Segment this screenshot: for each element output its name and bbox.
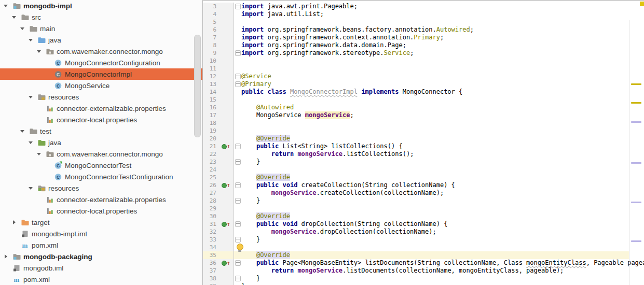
code-text[interactable] xyxy=(241,205,644,212)
occurrence-stripe-mark[interactable] xyxy=(631,202,641,203)
warning-stripe-mark[interactable] xyxy=(631,83,641,85)
code-text[interactable]: public List<String> listCollections() { xyxy=(241,142,644,150)
fold-marker-icon[interactable] xyxy=(234,275,241,282)
code-text[interactable]: @Override xyxy=(241,135,644,142)
tree-item-pom-xml[interactable]: mpom.xml xyxy=(0,239,202,251)
tree-item-connector-externalizable-properties[interactable]: connector-externalizable.properties xyxy=(0,103,202,114)
code-text[interactable] xyxy=(241,244,644,251)
code-text[interactable]: } xyxy=(241,197,644,205)
tree-item-mongodb-packaging[interactable]: mongodb-packaging xyxy=(0,251,202,262)
tree-item-mongoconnectorconfiguration[interactable]: CMongoConnectorConfiguration xyxy=(0,57,202,68)
fold-marker-icon[interactable] xyxy=(234,3,241,10)
tree-item-java[interactable]: java xyxy=(0,137,202,148)
occurrence-stripe-mark[interactable] xyxy=(631,162,641,164)
code-text[interactable]: public class MongoConnectorImpl implemen… xyxy=(241,88,644,96)
intention-bulb-icon[interactable] xyxy=(236,244,243,252)
override-marker-icon[interactable]: ↑ xyxy=(222,144,230,149)
tree-item-connector-local-properties[interactable]: connector-local.properties xyxy=(0,205,202,217)
code-text[interactable]: mongoService.dropCollection(collectionNa… xyxy=(241,228,644,236)
tree-item-resources[interactable]: resources xyxy=(0,182,202,194)
project-tree-scrollbar-thumb[interactable] xyxy=(194,35,201,137)
chevron-collapsed-icon[interactable] xyxy=(10,220,18,224)
occurrence-stripe-mark[interactable] xyxy=(631,121,641,123)
code-text[interactable] xyxy=(241,18,644,26)
inspection-status-indicator[interactable] xyxy=(640,2,644,6)
tree-item-connector-local-properties[interactable]: connector-local.properties xyxy=(0,114,202,125)
warning-stripe-mark[interactable] xyxy=(631,102,641,104)
tree-item-connector-externalizable-properties[interactable]: connector-externalizable.properties xyxy=(0,194,202,205)
override-method-gutter-icon[interactable]: ↑ xyxy=(221,142,234,150)
code-text[interactable]: } xyxy=(241,275,644,282)
chevron-collapsed-icon[interactable] xyxy=(2,254,9,259)
tree-item-mongoconnectorimpl[interactable]: CMongoConnectorImpl xyxy=(0,68,202,80)
override-marker-icon[interactable]: ↑ xyxy=(222,222,230,227)
tree-item-mongodb-impl-iml[interactable]: mongodb-impl.iml xyxy=(0,228,202,239)
code-text[interactable]: } xyxy=(241,236,644,244)
override-marker-icon[interactable]: ↑ xyxy=(222,261,230,266)
tree-item-com-wavemaker-connector-mongo[interactable]: com.wavemaker.connector.mongo xyxy=(0,148,202,160)
override-method-gutter-icon[interactable]: ↑ xyxy=(221,220,234,228)
code-text[interactable]: public void dropCollection(String collec… xyxy=(241,220,644,228)
code-editor[interactable]: 3import java.awt.print.Pageable;4import … xyxy=(203,0,644,285)
tree-item-com-wavemaker-connector-mongo[interactable]: com.wavemaker.connector.mongo xyxy=(0,46,202,57)
chevron-expanded-icon[interactable] xyxy=(19,27,26,30)
tree-item-mongoservice[interactable]: CMongoService xyxy=(0,80,202,91)
chevron-expanded-icon[interactable] xyxy=(35,50,43,53)
code-text[interactable]: import java.util.List; xyxy=(241,10,644,18)
tree-item-mongodb-impl[interactable]: mongodb-impl xyxy=(0,0,202,11)
code-text[interactable]: @Override xyxy=(241,174,644,181)
occurrence-stripe-mark[interactable] xyxy=(631,240,641,242)
fold-marker-icon[interactable] xyxy=(234,49,241,57)
tree-item-test[interactable]: test xyxy=(0,125,202,137)
code-text[interactable]: import org.springframework.context.annot… xyxy=(241,34,644,41)
chevron-expanded-icon[interactable] xyxy=(10,16,18,19)
code-text[interactable]: mongoService.createCollection(collection… xyxy=(241,189,644,197)
code-text[interactable] xyxy=(241,127,644,135)
override-marker-icon[interactable]: ↑ xyxy=(222,183,230,188)
fold-marker-icon[interactable] xyxy=(234,158,241,166)
tree-item-resources[interactable]: resources xyxy=(0,91,202,103)
chevron-expanded-icon[interactable] xyxy=(35,153,43,155)
code-text[interactable]: public void createCollection(String coll… xyxy=(241,181,644,189)
code-text[interactable]: return mongoService.listCollections(); xyxy=(241,150,644,158)
tree-item-mongoconnectortestconfiguration[interactable]: CMongoConnectorTestConfiguration xyxy=(0,171,202,182)
code-text[interactable]: public Page<MongoBaseEntity> listDocumen… xyxy=(241,259,644,267)
fold-marker-icon[interactable] xyxy=(234,236,241,244)
tree-item-main[interactable]: main xyxy=(0,23,202,34)
code-text[interactable]: @Override xyxy=(241,212,644,220)
code-text[interactable]: import org.springframework.data.domain.P… xyxy=(241,41,644,49)
scrollbar-track[interactable] xyxy=(629,20,629,285)
code-text[interactable]: import org.springframework.beans.factory… xyxy=(241,26,644,34)
chevron-expanded-icon[interactable] xyxy=(27,39,34,41)
fold-marker-icon[interactable] xyxy=(234,80,241,88)
tree-item-src[interactable]: src xyxy=(0,11,202,23)
chevron-expanded-icon[interactable] xyxy=(2,5,9,7)
code-text[interactable] xyxy=(241,96,644,104)
tree-item-mongodb-iml[interactable]: mongodb.iml xyxy=(0,262,202,274)
fold-marker-icon[interactable] xyxy=(234,142,241,150)
code-text[interactable]: @Primary xyxy=(241,80,644,88)
code-text[interactable]: @Service xyxy=(241,73,644,80)
code-text[interactable]: @Override xyxy=(241,251,644,259)
code-text[interactable]: return mongoService.listDocuments(collec… xyxy=(241,267,644,275)
chevron-expanded-icon[interactable] xyxy=(27,187,34,190)
code-text[interactable]: } xyxy=(241,158,644,166)
code-text[interactable] xyxy=(241,166,644,174)
tree-item-pom-xml[interactable]: mpom.xml xyxy=(0,274,202,285)
code-text[interactable] xyxy=(241,57,644,65)
override-method-gutter-icon[interactable]: ↑ xyxy=(221,181,234,189)
tree-item-mongoconnectortest[interactable]: CMongoConnectorTest xyxy=(0,160,202,171)
chevron-expanded-icon[interactable] xyxy=(27,96,34,98)
fold-marker-icon[interactable] xyxy=(234,259,241,267)
code-text[interactable]: } xyxy=(241,282,644,285)
tree-item-target[interactable]: target xyxy=(0,217,202,228)
fold-marker-icon[interactable] xyxy=(234,197,241,205)
fold-marker-icon[interactable] xyxy=(234,220,241,228)
override-method-gutter-icon[interactable]: ↑ xyxy=(221,259,234,267)
code-text[interactable]: import org.springframework.stereotype.Se… xyxy=(241,49,644,57)
code-text[interactable]: MongoService mongoService; xyxy=(241,111,644,119)
chevron-expanded-icon[interactable] xyxy=(27,141,34,144)
chevron-expanded-icon[interactable] xyxy=(19,130,26,133)
fold-marker-icon[interactable] xyxy=(234,73,241,80)
fold-marker-icon[interactable] xyxy=(234,181,241,189)
